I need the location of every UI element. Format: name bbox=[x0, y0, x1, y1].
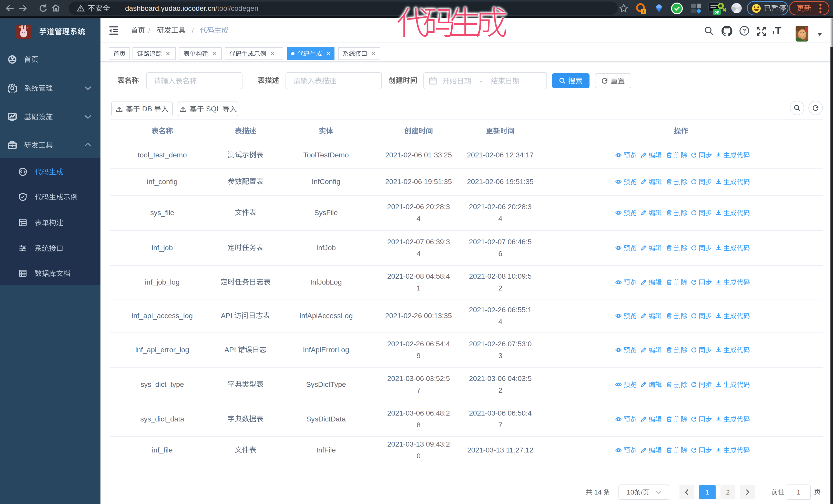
svg-text:?: ? bbox=[742, 27, 746, 34]
svg-text:1: 1 bbox=[642, 9, 645, 14]
